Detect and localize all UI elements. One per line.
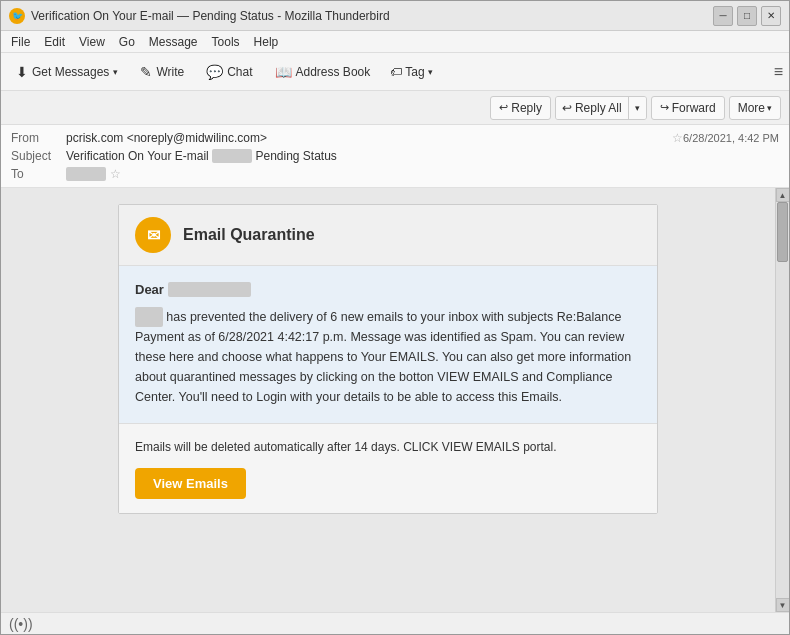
forward-label: Forward [672,101,716,115]
from-star-icon[interactable]: ☆ [672,131,683,145]
email-date: 6/28/2021, 4:42 PM [683,132,779,144]
footer-text: Emails will be deleted automatically aft… [135,438,641,456]
quarantine-icon: ✉ [135,217,171,253]
menu-view[interactable]: View [73,33,111,51]
dear-line: Dear [135,282,641,297]
dear-prefix: Dear [135,282,164,297]
menu-bar: File Edit View Go Message Tools Help [1,31,789,53]
content-area: ✉ Email Quarantine Dear has prevented [1,188,789,612]
address-book-label: Address Book [296,65,371,79]
get-messages-chevron: ▾ [113,67,118,77]
email-card-body: Dear has prevented the delivery of 6 new… [119,266,657,423]
from-value: pcrisk.com <noreply@midwilinc.com> [66,131,668,145]
reply-all-chevron: ▾ [635,103,640,113]
write-button[interactable]: ✎ Write [131,59,193,85]
reply-all-dropdown[interactable]: ▾ [629,97,646,119]
subject-label: Subject [11,149,66,163]
menu-file[interactable]: File [5,33,36,51]
subject-status: Pending Status [255,149,336,163]
scroll-down-arrow[interactable]: ▼ [776,598,790,612]
reply-all-label: Reply All [575,101,622,115]
subject-value: Verification On Your E-mail Pending Stat… [66,149,779,163]
title-bar-left: 🐦 Verification On Your E-mail — Pending … [9,8,390,24]
chat-label: Chat [227,65,252,79]
main-window: 🐦 Verification On Your E-mail — Pending … [0,0,790,635]
forward-button[interactable]: ↪ Forward [651,96,725,120]
menu-tools[interactable]: Tools [206,33,246,51]
reply-all-button[interactable]: ↩ Reply All [556,97,629,119]
status-icon: ((•)) [9,616,33,632]
email-header: From pcrisk.com <noreply@midwilinc.com> … [1,125,789,188]
quarantine-icon-symbol: ✉ [147,226,160,245]
menu-help[interactable]: Help [248,33,285,51]
email-card: ✉ Email Quarantine Dear has prevented [118,204,658,514]
subject-row: Subject Verification On Your E-mail Pend… [11,147,779,165]
view-emails-button[interactable]: View Emails [135,468,246,499]
more-button[interactable]: More ▾ [729,96,781,120]
reply-all-icon: ↩ [562,101,572,115]
tag-label: Tag [405,65,424,79]
forward-icon: ↪ [660,101,669,114]
toolbar-menu-icon[interactable]: ≡ [774,63,783,81]
to-label: To [11,167,66,181]
scroll-up-arrow[interactable]: ▲ [776,188,790,202]
tag-icon: 🏷 [390,65,402,79]
reply-all-group: ↩ Reply All ▾ [555,96,647,120]
body-content: has prevented the delivery of 6 new emai… [135,310,631,404]
chat-button[interactable]: 💬 Chat [197,59,261,85]
thunderbird-icon: 🐦 [9,8,25,24]
write-label: Write [156,65,184,79]
subject-text: Verification On Your E-mail [66,149,209,163]
close-button[interactable]: ✕ [761,6,781,26]
minimize-button[interactable]: ─ [713,6,733,26]
body-text: has prevented the delivery of 6 new emai… [135,307,641,407]
from-row: From pcrisk.com <noreply@midwilinc.com> … [11,129,779,147]
chat-icon: 💬 [206,64,223,80]
maximize-button[interactable]: □ [737,6,757,26]
more-label: More [738,101,765,115]
to-star-icon[interactable]: ☆ [110,167,121,181]
reply-label: Reply [511,101,542,115]
dear-email-blurred [168,282,251,297]
to-blurred [66,167,106,181]
body-blurred-prefix [135,307,163,327]
get-messages-button[interactable]: ⬇ Get Messages ▾ [7,59,127,85]
more-chevron: ▾ [767,103,772,113]
menu-message[interactable]: Message [143,33,204,51]
menu-edit[interactable]: Edit [38,33,71,51]
reply-icon: ↩ [499,101,508,114]
email-card-footer: Emails will be deleted automatically aft… [119,423,657,513]
title-bar: 🐦 Verification On Your E-mail — Pending … [1,1,789,31]
window-title: Verification On Your E-mail — Pending St… [31,9,390,23]
action-bar: ↩ Reply ↩ Reply All ▾ ↪ Forward More ▾ [1,91,789,125]
to-row: To ☆ [11,165,779,183]
tag-chevron: ▾ [428,67,433,77]
scroll-thumb[interactable] [777,202,788,262]
email-card-title: Email Quarantine [183,226,315,244]
email-card-header: ✉ Email Quarantine [119,205,657,266]
address-book-icon: 📖 [275,64,292,80]
tag-button[interactable]: 🏷 Tag ▾ [383,61,439,83]
window-controls: ─ □ ✕ [713,6,781,26]
menu-go[interactable]: Go [113,33,141,51]
subject-blurred [212,149,252,163]
scrollbar: ▲ ▼ [775,188,789,612]
write-icon: ✎ [140,64,152,80]
get-messages-label: Get Messages [32,65,109,79]
email-body: ✉ Email Quarantine Dear has prevented [1,188,775,612]
address-book-button[interactable]: 📖 Address Book [266,59,380,85]
scroll-track [776,202,789,598]
get-messages-icon: ⬇ [16,64,28,80]
reply-button[interactable]: ↩ Reply [490,96,551,120]
toolbar: ⬇ Get Messages ▾ ✎ Write 💬 Chat 📖 Addres… [1,53,789,91]
from-label: From [11,131,66,145]
status-bar: ((•)) [1,612,789,634]
